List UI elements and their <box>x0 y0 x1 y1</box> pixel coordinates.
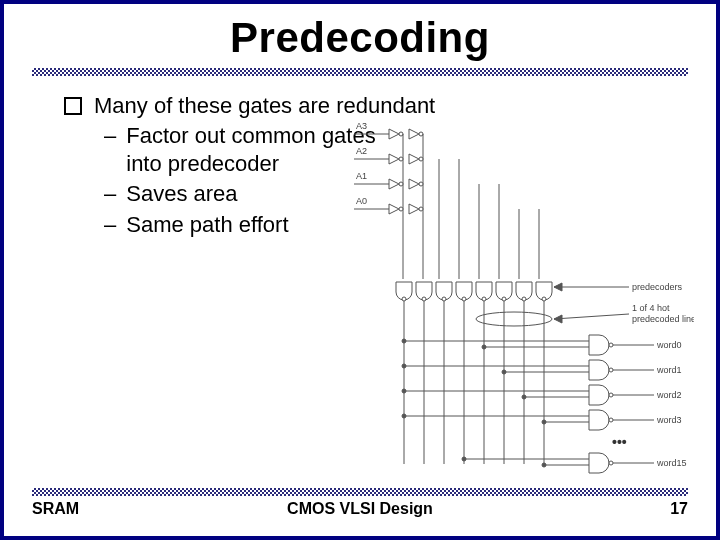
label-a2: A2 <box>356 146 367 156</box>
bullet-main: Many of these gates are redundant <box>64 92 676 120</box>
svg-point-34 <box>502 297 506 301</box>
svg-point-35 <box>522 297 526 301</box>
slide: Predecoding Many of these gates are redu… <box>0 0 720 540</box>
svg-point-64 <box>402 389 406 393</box>
label-a0: A0 <box>356 196 367 206</box>
predecoder-diagram: A3 A2 A1 <box>354 119 694 479</box>
bullet-text: Many of these gates are redundant <box>94 92 435 120</box>
svg-marker-1 <box>389 129 399 139</box>
svg-marker-23 <box>389 204 399 214</box>
dash-icon: – <box>104 211 116 239</box>
footer-center: CMOS VLSI Design <box>32 500 688 518</box>
sub-item-text: Saves area <box>126 180 237 208</box>
svg-point-78 <box>609 461 613 465</box>
svg-point-36 <box>542 297 546 301</box>
svg-point-72 <box>609 418 613 422</box>
svg-point-60 <box>609 368 613 372</box>
label-a1: A1 <box>356 171 367 181</box>
svg-marker-18 <box>409 179 419 189</box>
svg-point-71 <box>542 420 546 424</box>
svg-point-77 <box>542 463 546 467</box>
svg-point-17 <box>399 182 403 186</box>
dots-icon: ••• <box>612 434 627 450</box>
label-hot1: 1 of 4 hot <box>632 303 670 313</box>
svg-point-65 <box>522 395 526 399</box>
label-hot2: predecoded lines <box>632 314 694 324</box>
footer-row: SRAM CMOS VLSI Design 17 <box>32 500 688 518</box>
label-word0: word0 <box>656 340 682 350</box>
svg-point-4 <box>419 132 423 136</box>
svg-marker-16 <box>389 179 399 189</box>
svg-marker-38 <box>554 283 562 291</box>
svg-line-48 <box>554 314 629 319</box>
svg-point-58 <box>402 364 406 368</box>
svg-point-47 <box>476 312 552 326</box>
svg-point-70 <box>402 414 406 418</box>
footer-left: SRAM <box>32 500 79 518</box>
square-bullet-icon <box>64 97 82 115</box>
svg-point-31 <box>442 297 446 301</box>
label-word3: word3 <box>656 415 682 425</box>
svg-point-24 <box>399 207 403 211</box>
title-separator <box>32 68 688 76</box>
svg-point-30 <box>422 297 426 301</box>
svg-marker-3 <box>409 129 419 139</box>
svg-point-11 <box>419 157 423 161</box>
svg-point-59 <box>502 370 506 374</box>
dash-icon: – <box>104 180 116 208</box>
footer-page-number: 17 <box>670 500 688 518</box>
label-word2: word2 <box>656 390 682 400</box>
sub-item-text: Factor out common gates into predecoder <box>126 122 384 178</box>
svg-marker-25 <box>409 204 419 214</box>
svg-point-33 <box>482 297 486 301</box>
svg-point-76 <box>462 457 466 461</box>
sub-item: – Same path effort <box>104 211 384 239</box>
label-word15: word15 <box>656 458 687 468</box>
slide-title: Predecoding <box>4 14 716 62</box>
footer-separator <box>32 488 688 496</box>
dash-icon: – <box>104 122 116 178</box>
svg-point-19 <box>419 182 423 186</box>
svg-point-29 <box>402 297 406 301</box>
svg-point-53 <box>482 345 486 349</box>
sub-list: – Factor out common gates into predecode… <box>104 122 384 239</box>
svg-marker-10 <box>409 154 419 164</box>
svg-point-26 <box>419 207 423 211</box>
label-a3: A3 <box>356 121 367 131</box>
label-word1: word1 <box>656 365 682 375</box>
svg-point-52 <box>402 339 406 343</box>
svg-point-54 <box>609 343 613 347</box>
svg-marker-49 <box>554 315 562 323</box>
svg-point-66 <box>609 393 613 397</box>
svg-point-32 <box>462 297 466 301</box>
svg-point-9 <box>399 157 403 161</box>
label-predecoders: predecoders <box>632 282 683 292</box>
svg-marker-8 <box>389 154 399 164</box>
sub-item: – Saves area <box>104 180 384 208</box>
sub-item-text: Same path effort <box>126 211 288 239</box>
sub-item: – Factor out common gates into predecode… <box>104 122 384 178</box>
svg-point-2 <box>399 132 403 136</box>
footer: SRAM CMOS VLSI Design 17 <box>32 488 688 518</box>
